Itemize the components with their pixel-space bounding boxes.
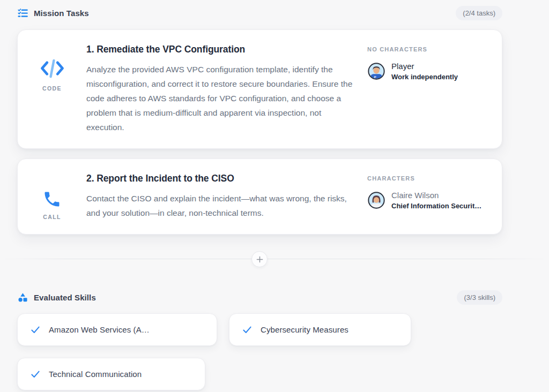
character-row: P Player Work independently [367, 62, 491, 81]
svg-text:P: P [374, 75, 376, 79]
task-description: Contact the CISO and explain the inciden… [86, 191, 354, 220]
phone-icon [42, 187, 62, 209]
characters-label: NO CHARACTERS [367, 43, 491, 52]
skill-label: Amazon Web Services (A… [49, 325, 150, 334]
skill-label: Technical Communication [49, 370, 142, 379]
tasks-count-badge: (2/4 tasks) [456, 6, 502, 20]
skill-chip-aws[interactable]: Amazon Web Services (A… [17, 313, 217, 346]
check-icon [30, 325, 41, 335]
skill-chip-cybersecurity[interactable]: Cybersecurity Measures [229, 313, 411, 346]
character-name: Claire Wilson [391, 191, 481, 200]
shapes-icon [17, 292, 28, 303]
task-divider [0, 251, 549, 267]
characters-label: CHARACTERS [367, 172, 491, 182]
skills-count-badge: (3/3 skills) [457, 290, 502, 305]
task-description: Analyze the provided AWS VPC configurati… [86, 62, 354, 134]
check-icon [242, 325, 253, 335]
checklist-icon [17, 7, 28, 19]
plus-icon [256, 256, 263, 263]
character-name: Player [391, 62, 458, 71]
task-card-remediate-vpc[interactable]: CODE 1. Remediate the VPC Configuration … [17, 29, 502, 149]
task-type-column: CALL [18, 172, 86, 220]
task-characters-column: NO CHARACTERS P [367, 43, 502, 134]
claire-wilson-avatar [367, 191, 385, 209]
character-row: Claire Wilson Chief Information Securit… [367, 191, 491, 210]
mission-tasks-header: Mission Tasks (2/4 tasks) [17, 5, 502, 21]
evaluated-skills-title: Evaluated Skills [34, 293, 96, 302]
task-title: 1. Remediate the VPC Configuration [86, 43, 354, 55]
task-type-column: CODE [18, 43, 86, 134]
evaluated-skills-header: Evaluated Skills (3/3 skills) [17, 289, 502, 305]
skill-label: Cybersecurity Measures [261, 325, 348, 334]
mission-tasks-title: Mission Tasks [34, 9, 89, 18]
character-role: Chief Information Securit… [391, 202, 481, 210]
skill-chip-technical-communication[interactable]: Technical Communication [17, 358, 205, 390]
task-type-label: CALL [43, 214, 61, 220]
add-task-button[interactable] [251, 251, 268, 267]
code-icon [40, 58, 65, 79]
task-title: 2. Report the Incident to the CISO [86, 172, 354, 184]
player-avatar: P [367, 62, 385, 80]
skills-list: Amazon Web Services (A… Cybersecurity Me… [17, 313, 502, 390]
divider-line [0, 259, 549, 259]
character-role: Work independently [391, 73, 458, 81]
task-card-report-ciso[interactable]: CALL 2. Report the Incident to the CISO … [17, 159, 502, 235]
check-icon [30, 369, 41, 380]
task-characters-column: CHARACTERS [367, 172, 502, 220]
task-type-label: CODE [42, 85, 62, 92]
